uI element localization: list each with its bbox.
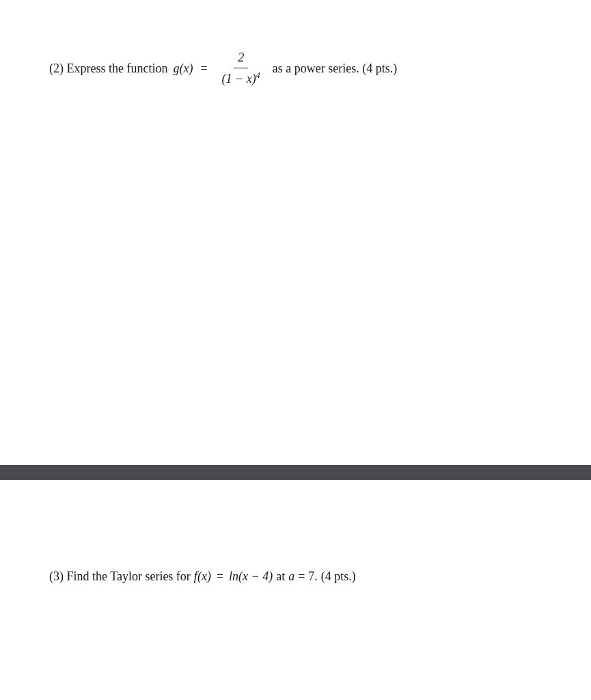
problem-2: (2) Express the function g(x) = 2 (1 − x… xyxy=(49,49,542,88)
problem-3-at: at xyxy=(276,567,285,586)
fraction-numerator: 2 xyxy=(234,49,248,68)
problem-3-pts: (4 pts.) xyxy=(321,567,356,586)
page: (2) Express the function g(x) = 2 (1 − x… xyxy=(0,0,591,700)
problem-2-equals: = xyxy=(200,60,207,77)
problem-3-label: (3) Find the Taylor series for xyxy=(49,567,191,586)
problem-3-definition: ln(x − 4) xyxy=(229,567,273,586)
problem-3-a-var: a xyxy=(288,567,294,586)
problem-3-equals: = xyxy=(217,567,223,586)
problem-3-function: f(x) xyxy=(194,567,211,586)
problem-2-fraction: 2 (1 − x)4 xyxy=(218,49,264,88)
problem-3: (3) Find the Taylor series for f(x) = ln… xyxy=(49,567,542,586)
problem-2-suffix: as a power series. (4 pts.) xyxy=(273,60,397,77)
section-divider xyxy=(0,465,591,480)
fraction-denominator: (1 − x)4 xyxy=(218,68,264,88)
denominator-exponent: 4 xyxy=(256,70,260,80)
problem-3-a-value: 7. xyxy=(308,567,318,586)
problem-2-label: (2) Express the function xyxy=(49,60,167,77)
problem-3-a-equals: = xyxy=(298,567,305,586)
problem-2-function: g(x) xyxy=(173,60,193,77)
